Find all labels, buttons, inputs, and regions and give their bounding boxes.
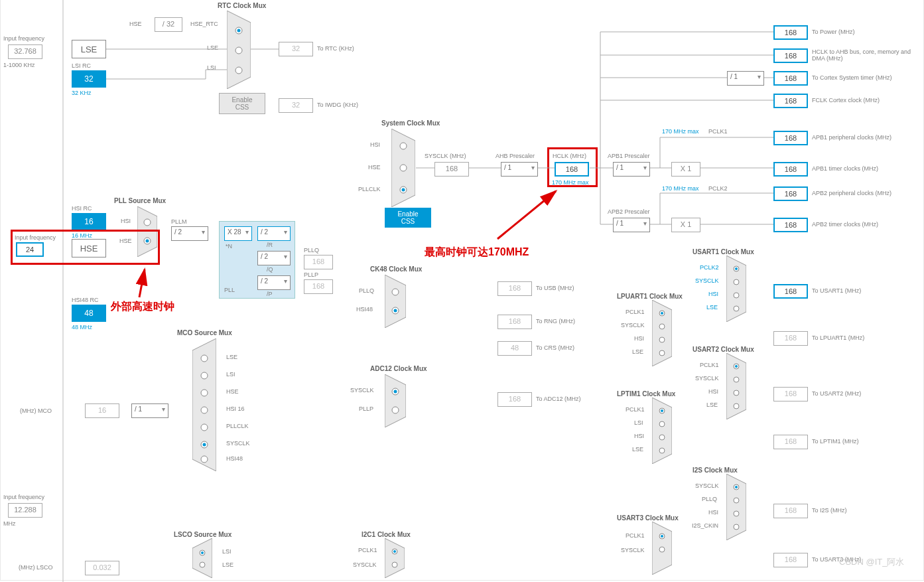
mco-title: MCO Source Mux: [177, 329, 232, 336]
apb1-select[interactable]: / 1: [613, 162, 650, 177]
svg-point-64: [661, 535, 663, 538]
pll-src-hse: HSE: [119, 238, 132, 244]
svg-point-19: [201, 407, 208, 413]
input-freq-bot-unit: MHz: [3, 520, 16, 527]
out-apb1p-l: APB1 peripheral clocks (MHz): [812, 134, 891, 141]
i2s-mux[interactable]: [726, 474, 746, 540]
out-power-l: To Power (MHz): [812, 29, 855, 35]
lpuart1-mux[interactable]: [652, 300, 672, 366]
pllm-select[interactable]: / 2: [171, 226, 208, 241]
svg-marker-70: [192, 538, 212, 578]
svg-point-58: [735, 486, 738, 488]
out-power-v[interactable]: 168: [773, 25, 808, 40]
usart3-pclk1: PCLK1: [626, 532, 645, 539]
adc12-mux[interactable]: [385, 374, 406, 427]
hse-source[interactable]: HSE: [72, 239, 106, 257]
rtc-out-label: To RTC (KHz): [317, 45, 354, 52]
usart1-mux[interactable]: [726, 255, 746, 322]
svg-point-9: [146, 240, 149, 243]
sys-mux-hsi: HSI: [370, 141, 380, 148]
i2c1-mux[interactable]: [385, 538, 405, 578]
i2s-title: I2S Clock Mux: [693, 467, 738, 474]
ck48-crs-v: 48: [497, 341, 532, 356]
out-apb1p-v[interactable]: 168: [773, 131, 808, 145]
ahb-label: AHB Prescaler: [495, 153, 535, 159]
lptim1-lse: LSE: [632, 446, 643, 453]
out-ahb-l: HCLK to AHB bus, core, memory and DMA (M…: [812, 48, 918, 62]
svg-point-68: [393, 550, 396, 553]
svg-marker-38: [652, 300, 672, 366]
iwdg-label: To IWDG (KHz): [317, 102, 358, 108]
pllm-label: PLLM: [171, 218, 187, 225]
out-ahb-v[interactable]: 168: [773, 48, 808, 63]
pll-r[interactable]: / 2: [257, 226, 291, 241]
ck48-usb-l: To USB (MHz): [536, 285, 574, 291]
svg-point-35: [734, 279, 739, 285]
apb2-select[interactable]: / 1: [613, 218, 650, 232]
lsco-mux[interactable]: [192, 538, 212, 578]
lptim1-mux[interactable]: [652, 398, 672, 464]
mco-hsi16: HSI 16: [226, 405, 245, 412]
pll-q[interactable]: / 2: [257, 251, 291, 265]
lse-source[interactable]: LSE: [72, 40, 106, 58]
out-apb2t-v[interactable]: 168: [773, 218, 808, 232]
hse-div32[interactable]: / 32: [155, 17, 182, 32]
out-cortex-v[interactable]: 168: [773, 71, 808, 86]
watermark: CSDN @IT_阿水: [839, 556, 904, 568]
sysclk-value: 168: [434, 162, 469, 177]
usart1-v[interactable]: 168: [773, 284, 808, 299]
svg-point-7: [144, 219, 151, 226]
input-freq-value[interactable]: 32.768: [8, 44, 42, 59]
hclk-value[interactable]: 168: [555, 162, 589, 177]
lsco-title: LSCO Source Mux: [174, 531, 231, 538]
usart2-mux[interactable]: [726, 353, 746, 419]
pll-p[interactable]: / 2: [257, 275, 291, 290]
pll-src-title: PLL Source Mux: [114, 197, 166, 204]
usart3-title: USART3 Clock Mux: [617, 514, 679, 522]
svg-point-52: [661, 409, 663, 412]
out-apb2p-v[interactable]: 168: [773, 186, 808, 201]
mco-div[interactable]: / 1: [131, 403, 168, 418]
input-freq-mid-value[interactable]: 24: [16, 242, 44, 257]
rtc-mux[interactable]: [227, 11, 251, 89]
mco-hse: HSE: [226, 388, 239, 395]
out-fclk-v[interactable]: 168: [773, 94, 808, 108]
adc12-title: ADC12 Clock Mux: [370, 365, 427, 372]
ck48-mux[interactable]: [385, 275, 406, 328]
sys-mux[interactable]: [391, 129, 415, 207]
lptim1-lsi: LSI: [634, 419, 643, 426]
i2s-v: 168: [773, 504, 808, 518]
out-cortex-l: To Cortex System timer (MHz): [812, 74, 892, 81]
usart2-lse: LSE: [706, 401, 718, 408]
svg-point-47: [734, 377, 739, 382]
svg-point-55: [659, 448, 665, 453]
enable-css-sys[interactable]: Enable CSS: [385, 208, 431, 228]
svg-marker-32: [726, 255, 746, 322]
mco-mux[interactable]: [192, 338, 216, 471]
svg-point-49: [734, 403, 739, 409]
input-freq-bot-value[interactable]: 12.288: [8, 503, 42, 518]
svg-point-41: [659, 324, 665, 329]
svg-marker-56: [726, 474, 746, 540]
ahb-select[interactable]: / 1: [501, 162, 538, 177]
rtc-mux-lse: LSE: [207, 44, 218, 51]
lptim1-l: To LPTIM1 (MHz): [812, 438, 859, 445]
svg-point-72: [201, 551, 204, 554]
svg-point-54: [659, 435, 665, 440]
input-freq-unit: 1-1000 KHz: [3, 62, 35, 68]
usart1-sysclk: SYSCLK: [695, 277, 719, 284]
usart3-mux[interactable]: [652, 522, 672, 575]
pll-n[interactable]: X 28: [224, 226, 252, 241]
cortex-div[interactable]: / 1: [727, 71, 764, 86]
adc12-sysclk: SYSCLK: [350, 387, 374, 394]
lpuart1-pclk1: PCLK1: [626, 309, 645, 315]
pllp-label: PLLP: [304, 271, 318, 278]
pll-src-mux[interactable]: [137, 206, 157, 257]
lpuart1-lse: LSE: [632, 348, 643, 355]
svg-point-22: [203, 443, 206, 447]
out-apb1t-v[interactable]: 168: [773, 162, 808, 177]
sys-mux-title: System Clock Mux: [381, 119, 440, 127]
hsi48-rc-freq: 48 MHz: [72, 324, 92, 330]
annotation-max-clk: 最高时钟可达170MHZ: [425, 246, 529, 259]
enable-css-top[interactable]: Enable CSS: [219, 93, 265, 114]
